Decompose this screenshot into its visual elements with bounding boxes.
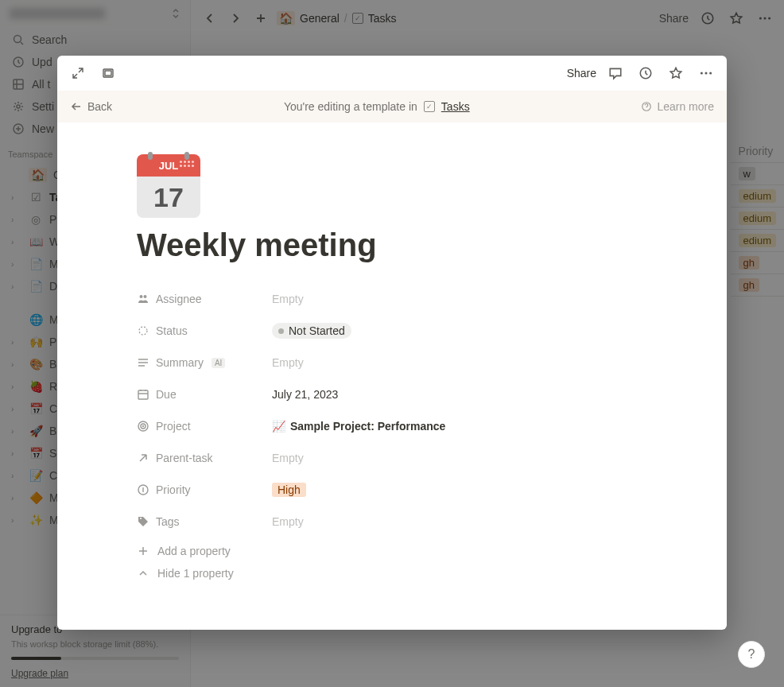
add-property-button[interactable]: Add a property xyxy=(137,540,647,562)
template-banner: Back You're editing a template in ✓ Task… xyxy=(57,91,727,122)
property-value[interactable]: July 21, 2023 xyxy=(272,388,338,401)
plus-icon xyxy=(137,545,149,557)
property-value[interactable]: Empty xyxy=(272,515,304,528)
svg-rect-10 xyxy=(105,71,111,76)
property-value[interactable]: Empty xyxy=(272,293,304,305)
property-name: Summary xyxy=(156,356,204,369)
learn-more-link[interactable]: Learn more xyxy=(641,100,714,113)
property-row: SummaryAIEmpty xyxy=(137,349,647,376)
svg-point-17 xyxy=(144,295,147,298)
calendar-month: JUL xyxy=(159,160,179,172)
help-button[interactable]: ? xyxy=(738,641,765,668)
add-property-label: Add a property xyxy=(157,545,231,557)
comments-icon[interactable] xyxy=(604,62,627,84)
banner-text: You're editing a template in xyxy=(284,100,417,113)
learn-more-label: Learn more xyxy=(657,100,714,113)
checkbox-icon: ✓ xyxy=(424,101,435,112)
page-icon-calendar[interactable]: JUL 17 xyxy=(137,154,200,218)
page-title[interactable]: Weekly meeting xyxy=(137,227,647,263)
property-label[interactable]: Status xyxy=(137,324,272,337)
svg-point-14 xyxy=(709,72,712,74)
property-row: StatusNot Started xyxy=(137,317,647,344)
property-name: Priority xyxy=(156,483,191,496)
expand-icon[interactable] xyxy=(67,62,89,84)
priority-icon xyxy=(137,483,149,496)
property-value[interactable]: 📈Sample Project: Performance xyxy=(272,420,445,433)
priority-tag[interactable]: High xyxy=(272,483,306,497)
updates-icon[interactable] xyxy=(635,62,657,84)
property-label[interactable]: Due xyxy=(137,388,272,401)
property-row: TagsEmpty xyxy=(137,508,647,535)
calendar-day: 17 xyxy=(153,182,184,213)
lines-icon xyxy=(137,356,149,369)
back-button[interactable]: Back xyxy=(70,100,112,113)
property-name: Due xyxy=(156,388,177,401)
svg-point-13 xyxy=(704,72,707,74)
template-editor-modal: Share Back You're editing a template in … xyxy=(57,56,727,630)
property-label[interactable]: Parent-task xyxy=(137,452,272,464)
property-label[interactable]: Assignee xyxy=(137,293,272,305)
svg-point-16 xyxy=(140,295,143,298)
chevron-up-icon xyxy=(137,567,149,580)
property-row: DueJuly 21, 2023 xyxy=(137,381,647,408)
property-row: Parent-taskEmpty xyxy=(137,444,647,472)
svg-point-12 xyxy=(701,72,703,74)
status-pill[interactable]: Not Started xyxy=(272,323,351,339)
svg-point-22 xyxy=(143,426,144,427)
modal-share-button[interactable]: Share xyxy=(567,67,596,80)
ai-badge: AI xyxy=(212,358,225,368)
target-icon xyxy=(137,420,149,433)
hide-property-label: Hide 1 property xyxy=(157,567,234,580)
property-row: PriorityHigh xyxy=(137,476,647,503)
favorite-icon[interactable] xyxy=(665,62,687,84)
tag-icon xyxy=(137,515,149,528)
svg-point-18 xyxy=(139,327,147,335)
people-icon xyxy=(137,293,149,305)
arrow-left-icon xyxy=(70,100,83,113)
property-label[interactable]: Project xyxy=(137,420,272,433)
property-value[interactable]: Empty xyxy=(272,356,304,369)
property-value[interactable]: Empty xyxy=(272,452,304,464)
property-label[interactable]: Priority xyxy=(137,483,272,496)
chart-icon: 📈 xyxy=(272,420,285,433)
more-icon[interactable] xyxy=(695,62,717,84)
calendar-icon xyxy=(137,388,149,401)
property-name: Assignee xyxy=(156,293,202,305)
property-list: AssigneeEmptyStatusNot StartedSummaryAIE… xyxy=(137,285,647,535)
peek-mode-icon[interactable] xyxy=(97,62,119,84)
property-name: Tags xyxy=(156,515,180,528)
property-row: AssigneeEmpty xyxy=(137,285,647,312)
property-label[interactable]: SummaryAI xyxy=(137,356,272,369)
back-label: Back xyxy=(87,100,112,113)
property-name: Project xyxy=(156,420,191,433)
property-value: Not Started xyxy=(289,324,345,337)
property-label[interactable]: Tags xyxy=(137,515,272,528)
property-row: Project📈Sample Project: Performance xyxy=(137,413,647,440)
status-icon xyxy=(137,324,149,337)
modal-toolbar: Share xyxy=(57,56,727,91)
property-name: Parent-task xyxy=(156,452,213,464)
svg-rect-19 xyxy=(138,390,148,399)
help-icon xyxy=(641,101,652,112)
arrow-up-icon xyxy=(137,452,149,464)
modal-body: JUL 17 Weekly meeting AssigneeEmptyStatu… xyxy=(57,122,727,630)
banner-link[interactable]: Tasks xyxy=(441,100,470,113)
property-name: Status xyxy=(156,324,188,337)
hide-property-button[interactable]: Hide 1 property xyxy=(137,562,647,584)
